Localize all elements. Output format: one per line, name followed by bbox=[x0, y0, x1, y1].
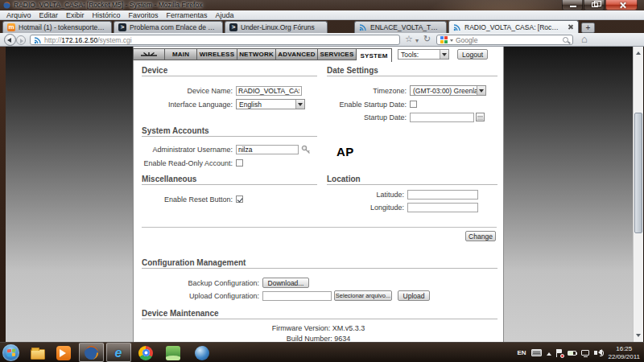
startup-date-input[interactable] bbox=[410, 113, 474, 122]
search-input[interactable] bbox=[456, 36, 560, 44]
airos-tab-main[interactable]: MAIN bbox=[165, 48, 197, 60]
upload-file-input[interactable] bbox=[262, 291, 332, 301]
taskbar-green-app-button[interactable] bbox=[164, 344, 182, 361]
browser-tab-forum-thread[interactable]: > Problema com Enlace de Rocket Dish... bbox=[114, 21, 223, 33]
hidden-icons-arrow-icon[interactable] bbox=[547, 350, 551, 356]
upload-button[interactable]: Upload bbox=[398, 290, 430, 301]
taskbar-ie-button[interactable]: e bbox=[109, 344, 127, 361]
key-icon[interactable] bbox=[301, 145, 311, 154]
close-icon bbox=[619, 2, 626, 9]
airos-tab-system-active[interactable]: SYSTEM bbox=[357, 48, 392, 62]
upload-config-label: Upload Configuration: bbox=[142, 292, 262, 300]
home-icon[interactable]: ⌂ bbox=[581, 33, 588, 45]
menu-exibir[interactable]: Exibir bbox=[62, 11, 89, 19]
blue-sphere-icon bbox=[195, 346, 209, 360]
section-header-location: Location bbox=[327, 175, 497, 185]
ubiquiti-antenna-icon bbox=[139, 50, 159, 60]
latitude-input[interactable] bbox=[407, 190, 478, 200]
airos-tab-network[interactable]: NETWORK bbox=[237, 48, 276, 60]
bookmark-star-icon[interactable]: ☆ bbox=[405, 34, 413, 44]
airos-tab-wireless[interactable]: WIRELESS bbox=[197, 48, 237, 60]
browser-tab-hotmail[interactable]: m Hotmail (1) - tokensuporte@hotmail... bbox=[2, 21, 112, 33]
admin-username-input[interactable] bbox=[236, 145, 299, 154]
longitude-input[interactable] bbox=[407, 203, 478, 212]
restore-button[interactable] bbox=[584, 0, 605, 10]
timezone-value: (GMT-03:00) Greenland, E bbox=[411, 87, 477, 95]
network-icon[interactable] bbox=[581, 350, 589, 356]
arrow-down-icon bbox=[636, 334, 641, 339]
language-indicator[interactable]: EN bbox=[517, 349, 526, 356]
search-box[interactable] bbox=[436, 35, 573, 45]
choose-file-button[interactable]: Selecionar arquivo... bbox=[334, 290, 392, 301]
enable-startup-date-checkbox[interactable] bbox=[410, 101, 417, 108]
action-center-flag-icon[interactable] bbox=[556, 349, 563, 357]
forward-button[interactable] bbox=[16, 35, 26, 45]
airos-tab-services[interactable]: SERVICES bbox=[318, 48, 357, 60]
firefox-icon bbox=[3, 2, 10, 9]
change-button[interactable]: Change bbox=[465, 231, 496, 241]
scrollbar-thumb[interactable] bbox=[634, 113, 642, 233]
menu-editar[interactable]: Editar bbox=[35, 11, 63, 19]
menu-favoritos[interactable]: Favoritos bbox=[125, 11, 163, 19]
tools-select[interactable]: Tools: bbox=[398, 49, 449, 60]
tools-select-value: Tools: bbox=[398, 51, 440, 59]
new-tab-button[interactable]: + bbox=[581, 23, 595, 33]
back-button[interactable] bbox=[4, 34, 16, 46]
section-header-date-settings: Date Settings bbox=[327, 66, 497, 76]
minimize-button[interactable] bbox=[562, 0, 583, 10]
tab-close-icon[interactable] bbox=[567, 23, 574, 31]
taskbar-firefox-button[interactable] bbox=[82, 344, 100, 361]
device-name-input[interactable] bbox=[236, 86, 302, 96]
chevron-down-icon bbox=[440, 50, 448, 59]
browser-tab-radio-volta-casa-active[interactable]: RADIO_VOLTA_CASA: [Rocket M5] - ... bbox=[448, 20, 579, 33]
window-titlebar: RADIO_VOLTA_CASA: [Rocket M5] - System -… bbox=[0, 0, 644, 10]
url-protocol: http:// bbox=[44, 36, 61, 44]
download-button[interactable]: Download... bbox=[262, 278, 309, 288]
close-button[interactable] bbox=[605, 0, 638, 10]
browser-tab-under-linux[interactable]: > Under-Linux.Org Fóruns bbox=[225, 21, 328, 33]
taskbar-media-player-button[interactable] bbox=[55, 344, 72, 361]
start-button[interactable] bbox=[2, 344, 19, 361]
readonly-account-checkbox[interactable] bbox=[236, 159, 243, 167]
search-icon[interactable] bbox=[563, 37, 568, 43]
menu-arquivo[interactable]: Arquivo bbox=[2, 11, 35, 19]
interface-language-select[interactable]: English bbox=[236, 99, 305, 109]
timezone-label: Timezone: bbox=[327, 87, 410, 95]
browser-tab-enlace-volta-torre[interactable]: ENLACE_VOLTA_TORRE: [Rocket M5]... bbox=[354, 21, 447, 33]
airos-tab-advanced[interactable]: ADVANCED bbox=[276, 48, 318, 60]
ubiquiti-logo-tab[interactable] bbox=[133, 48, 165, 60]
url-host: 172.16.2.50 bbox=[61, 36, 97, 44]
taskbar-blue-sphere-button[interactable] bbox=[193, 344, 211, 361]
back-arrow-icon bbox=[7, 38, 11, 43]
speaker-icon[interactable] bbox=[594, 351, 597, 355]
keyboard-icon[interactable] bbox=[531, 349, 542, 356]
taskbar-chrome-button[interactable] bbox=[137, 344, 155, 361]
reload-icon[interactable]: ↻ bbox=[423, 34, 431, 44]
window-left-border bbox=[0, 47, 6, 342]
media-player-icon bbox=[56, 346, 71, 360]
alert-badge bbox=[560, 354, 564, 358]
menu-historico[interactable]: Histórico bbox=[89, 11, 125, 19]
url-input[interactable]: http://172.16.2.50/system.cgi bbox=[30, 35, 400, 45]
forward-arrow-icon bbox=[20, 39, 23, 43]
scroll-down-button[interactable] bbox=[634, 331, 643, 342]
internet-explorer-icon: e bbox=[115, 346, 122, 360]
taskbar-explorer-button[interactable] bbox=[29, 344, 47, 361]
scroll-up-button[interactable] bbox=[634, 47, 643, 57]
arrow-up-icon bbox=[636, 49, 641, 55]
menu-ferramentas[interactable]: Ferramentas bbox=[163, 11, 212, 19]
green-app-icon bbox=[166, 346, 180, 360]
bookmark-dropdown-icon[interactable]: ▾ bbox=[415, 37, 419, 44]
enable-reset-checkbox[interactable] bbox=[236, 195, 243, 203]
timezone-select[interactable]: (GMT-03:00) Greenland, E bbox=[410, 85, 486, 96]
restore-icon bbox=[592, 2, 598, 7]
calendar-icon[interactable] bbox=[476, 113, 485, 121]
menu-ajuda[interactable]: Ajuda bbox=[212, 11, 238, 19]
tab-title: Problema com Enlace de Rocket Dish... bbox=[130, 23, 218, 31]
taskbar-clock[interactable]: 16:25 22/09/2011 bbox=[605, 345, 640, 361]
logout-button[interactable]: Logout bbox=[457, 49, 488, 60]
search-engine-dropdown-icon[interactable] bbox=[450, 39, 453, 43]
backup-config-label: Backup Configuration: bbox=[142, 279, 262, 287]
vertical-scrollbar[interactable] bbox=[633, 47, 643, 342]
battery-icon[interactable] bbox=[568, 351, 576, 356]
